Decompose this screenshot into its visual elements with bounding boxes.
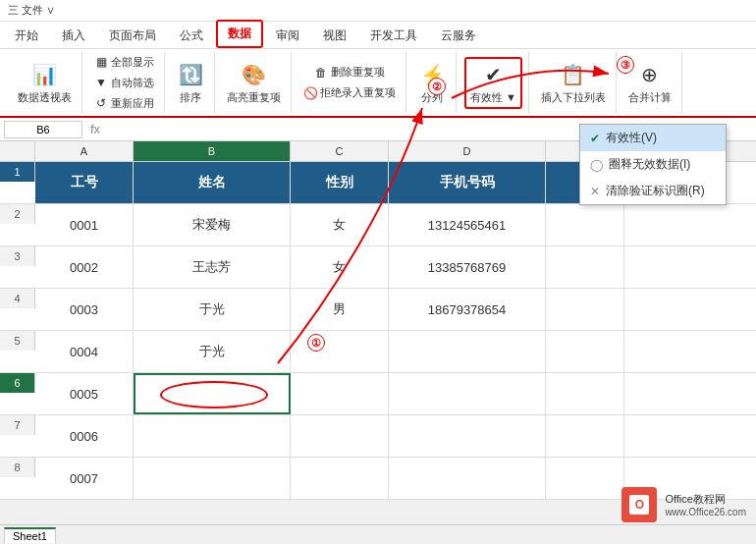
tab-cloud[interactable]: 云服务	[430, 23, 487, 48]
tab-formula[interactable]: 公式	[169, 23, 214, 48]
cell-B1[interactable]: 姓名	[134, 162, 291, 203]
tab-developer[interactable]: 开发工具	[359, 23, 428, 48]
table-row: 6 0005	[0, 373, 756, 415]
cell-B3[interactable]: 王志芳	[134, 246, 291, 288]
group-dropdown-list: 📋 插入下拉列表	[531, 52, 617, 113]
cell-B7[interactable]	[134, 415, 291, 457]
sheet-tab-1[interactable]: Sheet1	[4, 527, 56, 543]
ribbon-tabs: 开始 插入 页面布局 公式 数据 审阅 视图 开发工具 云服务	[0, 22, 756, 49]
tab-layout[interactable]: 页面布局	[98, 23, 167, 48]
cell-E8[interactable]	[546, 458, 624, 499]
cell-D2[interactable]: 13124565461	[389, 204, 546, 245]
reapply-icon: ↺	[94, 96, 108, 110]
row-num-5: 5	[0, 331, 35, 351]
tab-view[interactable]: 视图	[312, 23, 357, 48]
title-bar: 三 文件 ∨	[0, 0, 756, 22]
pivot-table-button[interactable]: 📊 数据透视表	[14, 59, 76, 107]
cell-D8[interactable]	[389, 458, 546, 499]
show-all-button[interactable]: ▦ 全部显示	[90, 54, 158, 71]
cell-B5[interactable]: 于光	[134, 331, 291, 372]
sort-icon: 🔃	[177, 61, 204, 88]
menu-circle-invalid[interactable]: ◯ 圈释无效数据(I)	[580, 151, 726, 178]
ribbon-toolbar: 📊 数据透视表 ▦ 全部显示 ▼ 自动筛选 ↺ 重新应用 🔃 排序	[0, 49, 756, 118]
cell-C8[interactable]	[291, 458, 389, 499]
cell-C5[interactable]	[291, 331, 389, 372]
cell-C4[interactable]: 男	[291, 289, 389, 330]
cell-E7[interactable]	[546, 415, 624, 457]
split-button[interactable]: ⚡ 分列	[414, 59, 450, 107]
auto-filter-button[interactable]: ▼ 自动筛选	[90, 75, 158, 91]
cell-D3[interactable]: 13385768769	[389, 246, 546, 288]
cell-B4[interactable]: 于光	[134, 289, 291, 330]
validity-button[interactable]: ✔ 有效性 ▼	[464, 57, 522, 109]
insert-dropdown-icon: 📋	[560, 61, 587, 88]
col-header-C[interactable]: C	[291, 141, 389, 161]
group-merge-calc: ⊕ 合并计算	[619, 52, 682, 113]
menu-validity[interactable]: ✔ 有效性(V)	[580, 125, 726, 151]
group-remove-dup: 🗑 删除重复项 🚫 拒绝录入重复项	[294, 52, 406, 113]
cell-B6[interactable]	[134, 373, 291, 414]
highlight-dup-button[interactable]: 🎨 高亮重复项	[223, 59, 285, 107]
cell-E2[interactable]	[546, 204, 624, 245]
cell-C1[interactable]: 性别	[291, 162, 389, 203]
remove-dup-button[interactable]: 🗑 删除重复项	[310, 64, 389, 81]
cell-D5[interactable]	[389, 331, 546, 372]
cell-A4[interactable]: 0003	[35, 289, 134, 330]
cell-C2[interactable]: 女	[291, 204, 389, 245]
cell-A5[interactable]: 0004	[35, 331, 134, 372]
tab-data[interactable]: 数据	[216, 20, 263, 48]
pivot-table-icon: 📊	[31, 61, 59, 88]
tab-start[interactable]: 开始	[4, 23, 49, 48]
reject-dup-icon: 🚫	[303, 86, 317, 100]
reject-dup-button[interactable]: 🚫 拒绝录入重复项	[299, 84, 400, 101]
cell-C6[interactable]	[291, 373, 389, 414]
auto-filter-icon: ▼	[94, 76, 108, 89]
cell-E6[interactable]	[546, 373, 624, 414]
cell-A2[interactable]: 0001	[35, 204, 134, 245]
group-sort: 🔃 排序	[167, 52, 215, 113]
fx-label: fx	[90, 122, 100, 136]
watermark-line2: www.Office26.com	[665, 507, 746, 517]
clear-validation-icon: ✕	[590, 185, 600, 198]
cell-E3[interactable]	[546, 246, 624, 288]
cell-A7[interactable]: 0006	[35, 415, 134, 457]
cell-D6[interactable]	[389, 373, 546, 414]
tab-review[interactable]: 审阅	[265, 23, 310, 48]
table-row: 7 0006	[0, 415, 756, 458]
title-text: 三 文件 ∨	[8, 3, 55, 18]
cell-D1[interactable]: 手机号码	[389, 162, 546, 203]
cell-reference[interactable]	[4, 121, 82, 138]
split-icon: ⚡	[418, 61, 446, 88]
merge-calc-button[interactable]: ⊕ 合并计算	[624, 59, 675, 107]
cell-C3[interactable]: 女	[291, 246, 389, 288]
cell-A8[interactable]: 0007	[35, 458, 134, 499]
show-all-icon: ▦	[94, 55, 108, 69]
cell-E5[interactable]	[546, 331, 624, 372]
reapply-button[interactable]: ↺ 重新应用	[90, 95, 158, 112]
row-num-6: 6	[0, 373, 35, 393]
cell-B2[interactable]: 宋爱梅	[134, 204, 291, 245]
validity-menu-icon: ✔	[590, 132, 600, 145]
cell-A1[interactable]: 工号	[35, 162, 134, 203]
group-split: ⚡ 分列	[408, 52, 457, 113]
col-header-D[interactable]: D	[389, 141, 546, 161]
merge-calc-icon: ⊕	[636, 61, 664, 88]
cell-D4[interactable]: 18679378654	[389, 289, 546, 330]
cell-D7[interactable]	[389, 415, 546, 457]
col-header-B[interactable]: B	[134, 141, 291, 161]
sort-button[interactable]: 🔃 排序	[173, 59, 208, 107]
menu-clear-validation[interactable]: ✕ 清除验证标识圈(R)	[580, 178, 726, 204]
cell-A3[interactable]: 0002	[35, 246, 134, 288]
cell-E4[interactable]	[546, 289, 624, 330]
tab-insert[interactable]: 插入	[51, 23, 96, 48]
corner-cell	[0, 141, 35, 161]
validity-icon: ✔	[479, 61, 507, 88]
table-row: 4 0003 于光 男 18679378654	[0, 289, 756, 331]
group-validity: ✔ 有效性 ▼	[459, 52, 529, 113]
group-pivot: 📊 数据透视表	[8, 52, 82, 113]
insert-dropdown-button[interactable]: 📋 插入下拉列表	[537, 59, 610, 107]
cell-C7[interactable]	[291, 415, 389, 457]
col-header-A[interactable]: A	[35, 141, 134, 161]
cell-A6[interactable]: 0005	[35, 373, 134, 414]
cell-B8[interactable]	[134, 458, 291, 499]
